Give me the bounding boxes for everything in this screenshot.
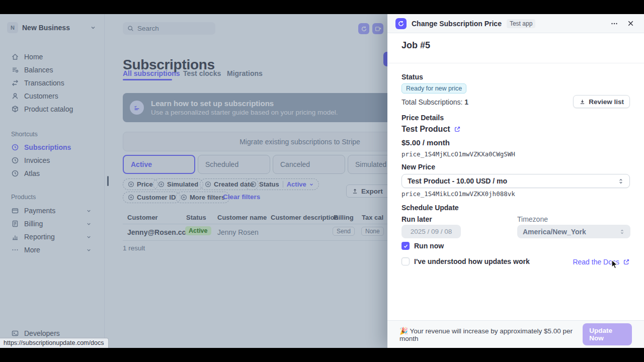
status-heading: Status <box>401 73 423 81</box>
confirm-checkbox-row[interactable]: I've understood how updates work <box>401 257 530 265</box>
total-subscriptions: Total Subscriptions: 1 <box>401 98 468 106</box>
run-date-input[interactable]: 2025 / 09 / 08 <box>401 225 461 238</box>
confirm-label: I've understood how updates work <box>414 257 530 265</box>
up-down-chevron-icon <box>619 229 625 235</box>
timezone-select[interactable]: America/New_York <box>517 225 630 238</box>
run-later-label: Run later <box>401 215 432 223</box>
drawer-header: Change Subscription Price Test app <box>387 14 644 33</box>
party-emoji: 🎉 <box>399 327 408 335</box>
external-link-icon <box>623 258 630 265</box>
browser-status-tooltip: https://subscriptionupdate.com/docs <box>0 338 109 348</box>
check-icon <box>403 243 409 249</box>
test-app-badge: Test app <box>507 19 535 28</box>
run-now-label: Run now <box>414 242 444 250</box>
app-icon <box>395 18 407 29</box>
drawer-footer: 🎉 Your revenue will increase by approxim… <box>387 320 644 348</box>
app-viewport: N New Business Home Balances Transaction… <box>0 14 644 348</box>
review-list-button[interactable]: Review list <box>573 95 630 108</box>
revenue-message: 🎉 Your revenue will increase by approxim… <box>399 327 578 342</box>
screen: N New Business Home Balances Transaction… <box>0 0 644 362</box>
change-subscription-price-drawer: Change Subscription Price Test app Job #… <box>387 14 644 348</box>
ellipsis-icon <box>610 20 618 28</box>
product-link[interactable]: Test Product <box>401 125 461 134</box>
external-link-icon <box>454 126 461 133</box>
download-icon <box>579 99 586 105</box>
current-price: $5.00 / month <box>401 138 450 147</box>
new-price-id: price_1S4MikLcO1mwVZKX0jh088vk <box>401 190 515 198</box>
read-the-docs-link[interactable]: Read the Docs <box>573 258 630 266</box>
close-button[interactable] <box>625 18 636 29</box>
new-price-select[interactable]: Test Product - 10.00 USD / mo <box>401 174 630 188</box>
mouse-cursor <box>611 259 619 270</box>
run-now-checkbox-checked[interactable] <box>401 242 410 250</box>
price-details-heading: Price Details <box>401 114 444 122</box>
run-now-checkbox-row[interactable]: Run now <box>401 242 444 250</box>
current-price-id: price_1S4MjKLcO1mwVZKXa0CWgSWH <box>401 150 515 158</box>
job-title: Job #5 <box>401 40 430 51</box>
confirm-checkbox-unchecked[interactable] <box>401 257 410 265</box>
divider <box>387 63 644 63</box>
drawer-title: Change Subscription Price <box>412 20 502 28</box>
close-icon <box>627 20 634 27</box>
timezone-label: Timezone <box>517 215 548 223</box>
new-price-heading: New Price <box>401 163 435 171</box>
status-badge: Ready for new price <box>401 83 466 94</box>
overflow-menu-button[interactable] <box>609 18 620 29</box>
up-down-chevron-icon <box>618 178 624 185</box>
update-now-button[interactable]: Update Now <box>583 323 632 345</box>
schedule-heading: Schedule Update <box>401 204 459 212</box>
